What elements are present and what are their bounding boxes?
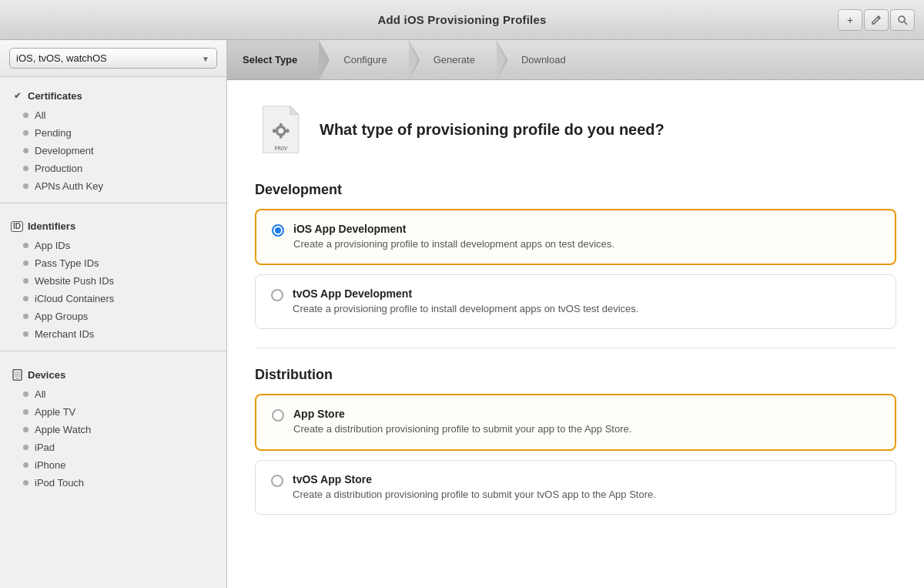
dot-icon [23,166,28,171]
sidebar-item-label: Apple TV [35,406,75,418]
ios-app-dev-radio[interactable] [272,224,284,237]
sidebar: iOS, tvOS, watchOS macOS ▼ ✔ Certificate… [0,40,227,588]
svg-rect-7 [280,135,283,138]
sidebar-item-devices-all[interactable]: All [0,385,226,403]
sidebar-item-website-push-ids[interactable]: Website Push IDs [0,272,226,290]
dot-icon [23,391,28,397]
title-bar-controls: + [838,9,915,31]
dot-icon [23,260,28,266]
svg-rect-2 [15,371,20,378]
sidebar-item-cert-production[interactable]: Production [0,160,226,177]
sidebar-item-ipod-touch[interactable]: iPod Touch [0,474,226,492]
sidebar-item-label: iPad [35,442,55,453]
ios-app-dev-desc: Create a provisioning profile to install… [293,237,614,251]
development-title: Development [255,182,896,198]
dot-icon [23,130,28,136]
devices-label: Devices [28,369,65,381]
page-question: What type of provisioning profile do you… [320,121,665,139]
sidebar-item-label: All [35,388,45,400]
identifiers-label: Identifiers [28,220,75,232]
sidebar-item-apple-tv[interactable]: Apple TV [0,403,226,421]
distribution-title: Distribution [255,367,896,383]
step-label: Download [521,54,566,66]
sidebar-item-label: Production [35,163,82,174]
certificates-label: Certificates [28,90,82,102]
edit-button[interactable] [864,9,889,31]
identifiers-icon: ID [11,221,23,232]
sidebar-item-label: iCloud Containers [35,293,114,304]
step-configure[interactable]: Configure [319,40,408,79]
tvos-app-dev-radio[interactable] [271,289,283,301]
sidebar-item-merchant-ids[interactable]: Merchant IDs [0,325,226,343]
certificates-section: ✔ Certificates All Pending Development P… [0,77,226,198]
provisioning-icon: PROV [255,102,304,157]
add-button[interactable]: + [838,9,862,31]
sidebar-item-cert-all[interactable]: All [0,106,226,124]
window-title: Add iOS Provisioning Profiles [377,13,546,26]
dot-icon [23,243,28,248]
step-select-type[interactable]: Select Type [227,40,319,79]
identifiers-section: ID Identifiers App IDs Pass Type IDs Web… [0,208,226,346]
sidebar-divider-1 [0,203,226,203]
tvos-app-store-desc: Create a distribution provisioning profi… [293,488,656,502]
sidebar-item-label: APNs Auth Key [35,180,103,192]
app-store-card[interactable]: App Store Create a distribution provisio… [255,394,896,450]
dot-icon [23,427,28,432]
content-body: PROV What type of provisioning profile d… [227,80,924,588]
step-download[interactable]: Download [497,40,588,79]
platform-dropdown-wrapper: iOS, tvOS, watchOS macOS ▼ [0,40,226,77]
content-area: Select Type Configure Generate Download [227,40,924,588]
sidebar-item-label: iPhone [35,459,65,471]
platform-dropdown[interactable]: iOS, tvOS, watchOS macOS [9,48,217,69]
devices-icon [11,368,23,381]
sidebar-item-iphone[interactable]: iPhone [0,456,226,474]
svg-point-5 [278,128,283,133]
identifiers-header: ID Identifiers [0,217,226,235]
steps-bar: Select Type Configure Generate Download [227,40,924,80]
sidebar-item-label: Website Push IDs [35,275,114,287]
title-bar: Add iOS Provisioning Profiles + [0,0,924,40]
dot-icon [23,183,28,189]
sidebar-item-cert-pending[interactable]: Pending [0,124,226,142]
sidebar-item-label: Pending [35,127,72,139]
sidebar-item-apple-watch[interactable]: Apple Watch [0,421,226,438]
sidebar-item-cert-apns[interactable]: APNs Auth Key [0,177,226,195]
sidebar-item-label: App IDs [35,240,70,251]
step-generate[interactable]: Generate [409,40,497,79]
tvos-app-store-card[interactable]: tvOS App Store Create a distribution pro… [255,460,896,515]
tvos-app-dev-desc: Create a provisioning profile to install… [293,302,638,316]
svg-rect-6 [280,123,283,126]
tvos-app-store-radio[interactable] [271,475,283,487]
sidebar-divider-2 [0,351,226,351]
dot-icon [23,314,28,319]
sidebar-item-pass-type-ids[interactable]: Pass Type IDs [0,254,226,272]
step-label: Select Type [243,54,297,66]
tvos-app-development-card[interactable]: tvOS App Development Create a provisioni… [255,274,896,329]
sidebar-item-app-ids[interactable]: App IDs [0,237,226,254]
sidebar-item-cert-development[interactable]: Development [0,142,226,160]
sidebar-item-label: Pass Type IDs [35,257,99,269]
certificates-icon: ✔ [11,89,23,102]
section-divider [255,348,896,348]
sidebar-item-ipad[interactable]: iPad [0,438,226,456]
svg-text:PROV: PROV [274,145,288,152]
app-store-desc: Create a distribution provisioning profi… [293,422,631,436]
sidebar-item-label: Development [35,145,94,156]
tvos-app-dev-title: tvOS App Development [293,287,638,300]
svg-point-0 [899,16,905,22]
sidebar-item-icloud-containers[interactable]: iCloud Containers [0,290,226,307]
dot-icon [23,409,28,415]
sidebar-item-label: Apple Watch [35,424,91,435]
step-label: Configure [343,54,387,66]
sidebar-item-label: App Groups [35,311,88,322]
app-store-radio[interactable] [272,409,284,422]
search-button[interactable] [890,9,915,31]
development-section: Development iOS App Development Create a… [255,182,896,329]
sidebar-item-label: iPod Touch [35,477,84,489]
tvos-app-store-title: tvOS App Store [293,473,656,486]
step-label: Generate [434,54,475,66]
dot-icon [23,445,28,450]
sidebar-item-app-groups[interactable]: App Groups [0,307,226,325]
dot-icon [23,480,28,486]
ios-app-development-card[interactable]: iOS App Development Create a provisionin… [255,209,896,265]
